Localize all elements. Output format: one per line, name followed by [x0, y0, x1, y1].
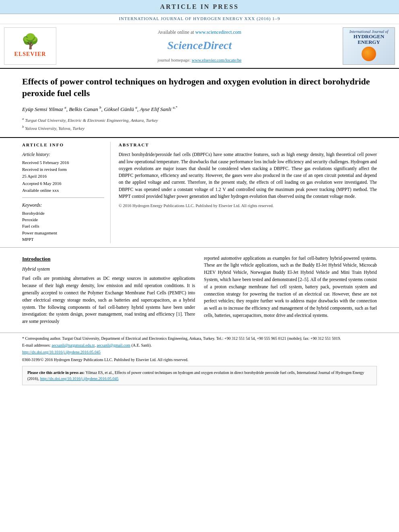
he-title2: ENERGY	[358, 39, 380, 45]
divider	[22, 197, 104, 198]
keywords-label: Keywords:	[22, 202, 104, 208]
footnote-section: * Corresponding author. Turgut Ozal Univ…	[0, 333, 399, 366]
body-right-col: reported automotive applications as exam…	[204, 255, 377, 329]
available-online: Available online xxx	[22, 187, 104, 193]
email1-link[interactable]: aecsanli@turgutozal.edu.tr	[51, 343, 95, 347]
journal-homepage: journal homepage: www.elsevier.com/locat…	[158, 57, 242, 63]
affil-a-text: Turgut Ozal University, Electric & Elect…	[25, 118, 158, 123]
he-circle-icon	[362, 47, 376, 61]
keyword-1: Borohydride	[22, 210, 104, 216]
received-2-date: 25 April 2016	[22, 173, 104, 179]
affil-b: b Yalova University, Yalova, Turkey	[22, 124, 377, 131]
header-section: 🌳 ELSEVIER Available online at www.scien…	[0, 24, 399, 69]
available-online-label: Available online at	[158, 29, 194, 35]
affil-a: a Turgut Ozal University, Electric & Ele…	[22, 116, 377, 123]
intro-left-para1: Fuel cells are promising alternatives as…	[22, 275, 195, 325]
hybrid-system-heading: Hybrid system	[22, 265, 195, 273]
doi-link[interactable]: http://dx.doi.org/10.1016/j.ijhydene.201…	[22, 350, 101, 354]
abstract-copyright: © 2016 Hydrogen Energy Publications LLC.…	[119, 203, 377, 209]
he-title1: HYDROGEN	[354, 34, 385, 39]
article-history-label: Article history:	[22, 151, 104, 158]
email-label: E-mail addresses:	[22, 343, 51, 347]
doi-line: http://dx.doi.org/10.1016/j.ijhydene.201…	[22, 349, 377, 355]
citation-doi-link[interactable]: http://dx.doi.org/10.1016/j.ijhydene.201…	[40, 376, 119, 381]
authors-line: Eyüp Semsi Yilmaz a, Belkis Canan b, Gök…	[22, 105, 377, 113]
elsevier-logo: 🌳 ELSEVIER	[4, 27, 56, 65]
science-direct-url[interactable]: www.sciencedirect.com	[195, 29, 241, 35]
keyword-5: MPPT	[22, 236, 104, 242]
affil-b-text: Yalova University, Yalova, Turkey	[25, 126, 84, 131]
article-info-heading: ARTICLE INFO	[22, 142, 104, 148]
paper-title-section: Effects of power control techniques on h…	[0, 69, 399, 138]
available-online-text: Available online at www.sciencedirect.co…	[158, 29, 241, 36]
keyword-4: Power management	[22, 230, 104, 236]
science-direct-logo: ScienceDirect	[167, 37, 232, 53]
citation-box-label: Please cite this article in press as:	[27, 370, 86, 375]
header-center: Available online at www.sciencedirect.co…	[60, 27, 339, 65]
abstract-col: ABSTRACT Direct borohydride/peroxide fue…	[119, 142, 377, 243]
science-logo-text: ScienceDirect	[167, 39, 232, 51]
journal-homepage-url[interactable]: www.elsevier.com/locate/he	[192, 58, 242, 62]
info-abstract-section: ARTICLE INFO Article history: Received 5…	[0, 138, 399, 247]
keyword-2: Peroxide	[22, 217, 104, 223]
corresponding-note-text: * Corresponding author. Turgut Ozal Univ…	[22, 336, 341, 341]
article-info-col: ARTICLE INFO Article history: Received 5…	[22, 142, 111, 243]
keyword-3: Fuel cells	[22, 223, 104, 229]
email2-link[interactable]: aecsanli@gmail.com	[97, 343, 130, 347]
article-in-press-banner: ARTICLE IN PRESS	[0, 0, 399, 14]
citation-box: Please cite this article in press as: Yi…	[22, 366, 377, 385]
body-left-col: Introduction Hybrid system Fuel cells ar…	[22, 255, 195, 329]
elsevier-tree-icon: 🌳	[21, 34, 39, 49]
email-line: E-mail addresses: aecsanli@turgutozal.ed…	[22, 342, 377, 348]
accepted-date: Accepted 6 May 2016	[22, 181, 104, 187]
email-name-text: (A.E. Sanli).	[132, 343, 152, 347]
introduction-heading: Introduction	[22, 255, 195, 263]
received-1: Received 5 February 2016	[22, 160, 104, 166]
journal-homepage-label: journal homepage:	[158, 58, 191, 62]
body-section: Introduction Hybrid system Fuel cells ar…	[0, 248, 399, 333]
received-2: Received in revised form	[22, 166, 104, 173]
elsevier-label: ELSEVIER	[14, 50, 46, 58]
corresponding-note: * Corresponding author. Turgut Ozal Univ…	[22, 335, 377, 341]
hydrogen-energy-logo: International Journal of HYDROGEN ENERGY	[343, 27, 395, 65]
paper-title: Effects of power control techniques on h…	[22, 76, 377, 99]
affiliations: a Turgut Ozal University, Electric & Ele…	[22, 116, 377, 131]
journal-title-bar: INTERNATIONAL JOURNAL OF HYDROGEN ENERGY…	[0, 14, 399, 24]
abstract-heading: ABSTRACT	[119, 142, 377, 148]
intro-right-para1: reported automotive applications as exam…	[204, 255, 377, 319]
copyright-footer: 0360-3199/© 2016 Hydrogen Energy Publica…	[22, 357, 377, 363]
abstract-text: Direct borohydride/peroxide fuel cells (…	[119, 151, 377, 200]
